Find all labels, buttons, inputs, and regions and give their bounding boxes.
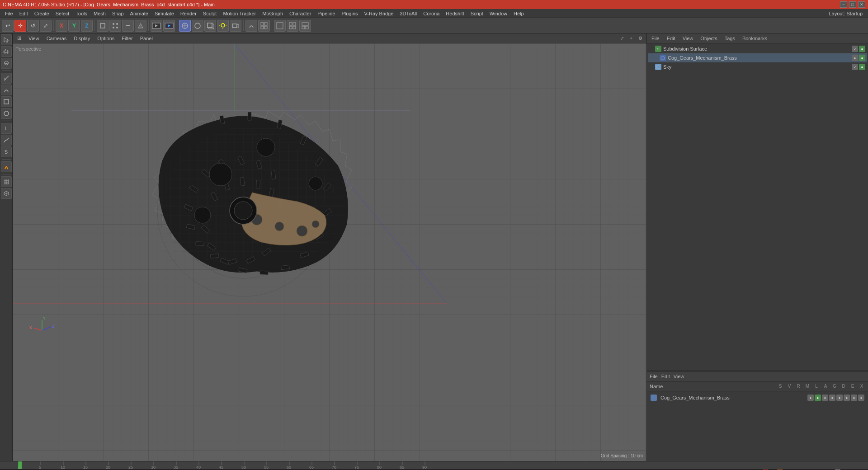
toolbar-sphere[interactable]: [192, 20, 203, 32]
viewport-icon-lock[interactable]: +: [627, 35, 635, 42]
viewport-menu-panel[interactable]: Panel: [138, 35, 155, 42]
object-item-subdivision[interactable]: S Subdivision Surface ✓ ●: [648, 44, 867, 53]
svg-rect-81: [248, 112, 251, 120]
close-button[interactable]: ✕: [858, 1, 865, 8]
attr-badge-3: ●: [822, 395, 828, 401]
viewport-menu-display[interactable]: Display: [72, 35, 92, 42]
viewport-icon-settings[interactable]: ⚙: [637, 35, 644, 42]
right-panel: File Edit View Objects Tags Bookmarks S …: [646, 33, 868, 461]
menu-vray[interactable]: V-Ray Bridge: [361, 10, 397, 17]
menu-character[interactable]: Character: [286, 10, 314, 17]
left-tool-4[interactable]: [1, 108, 12, 119]
om-menu-bookmarks[interactable]: Bookmarks: [741, 35, 769, 42]
menu-mesh[interactable]: Mesh: [90, 10, 109, 17]
menu-script[interactable]: Script: [467, 10, 486, 17]
left-tool-5[interactable]: L: [1, 123, 12, 134]
toolbar-null[interactable]: [179, 20, 191, 32]
menu-mograph[interactable]: MoGraph: [259, 10, 286, 17]
left-tool-6[interactable]: [1, 135, 12, 146]
toolbar-move[interactable]: ✛: [14, 20, 26, 32]
toolbar-axis-x[interactable]: X: [56, 20, 67, 32]
viewport-menu-options[interactable]: Options: [95, 35, 116, 42]
toolbar-edges[interactable]: [122, 20, 134, 32]
attr-col-headers: S V R M L A G D E X: [777, 384, 865, 389]
menu-window[interactable]: Window: [486, 10, 510, 17]
menu-snap[interactable]: Snap: [109, 10, 127, 17]
svg-rect-22: [232, 24, 237, 28]
minimize-button[interactable]: –: [840, 1, 847, 8]
toolbar-render-region[interactable]: [151, 20, 162, 32]
menu-edit[interactable]: Edit: [16, 10, 31, 17]
left-tool-grid[interactable]: [1, 176, 12, 187]
menu-pipeline[interactable]: Pipeline: [314, 10, 338, 17]
svg-rect-102: [278, 219, 286, 227]
toolbar-undo[interactable]: ↩: [2, 20, 14, 32]
menu-corona[interactable]: Corona: [420, 10, 443, 17]
left-tool-layers[interactable]: [1, 58, 12, 69]
toolbar-bend[interactable]: [245, 20, 257, 32]
left-tool-2[interactable]: [1, 85, 12, 95]
toolbar-layout-quad[interactable]: [287, 20, 298, 32]
attr-menu-edit[interactable]: Edit: [661, 374, 670, 379]
svg-rect-34: [302, 26, 305, 29]
attr-selected-item[interactable]: Cog_Gears_Mechanism_Brass ● ● ● ● ● ● ● …: [649, 393, 866, 402]
toolbar-rotate[interactable]: ↺: [27, 20, 39, 32]
toolbar-array[interactable]: [258, 20, 270, 32]
attr-menu-view[interactable]: View: [674, 374, 684, 379]
toolbar-scale[interactable]: ⤢: [40, 20, 52, 32]
toolbar-axis-y[interactable]: Y: [68, 20, 80, 32]
menu-sculpt[interactable]: Sculpt: [200, 10, 220, 17]
viewport-menu-filter[interactable]: Filter: [120, 35, 134, 42]
left-tool-1[interactable]: [1, 73, 12, 84]
menu-render[interactable]: Render: [177, 10, 200, 17]
left-tool-7[interactable]: S: [1, 146, 12, 157]
toolbar-object-mode[interactable]: [97, 20, 108, 32]
toolbar-light[interactable]: [217, 20, 229, 32]
attr-menu-file[interactable]: File: [650, 374, 658, 379]
left-tool-mesh[interactable]: [1, 188, 12, 199]
om-menu-tags[interactable]: Tags: [723, 35, 737, 42]
toolbar-layout-single[interactable]: [274, 20, 286, 32]
toolbar-camera[interactable]: [230, 20, 241, 32]
om-menu-objects[interactable]: Objects: [698, 35, 719, 42]
menu-tools[interactable]: Tools: [72, 10, 90, 17]
toolbar-render-picture[interactable]: [163, 20, 175, 32]
toolbar-cube[interactable]: [204, 20, 216, 32]
menu-simulate[interactable]: Simulate: [151, 10, 177, 17]
toolbar-layout-other[interactable]: [299, 20, 311, 32]
menu-file[interactable]: File: [2, 10, 16, 17]
menu-redshift[interactable]: Redshift: [443, 10, 467, 17]
toolbar-points[interactable]: [109, 20, 121, 32]
menu-plugins[interactable]: Plugins: [338, 10, 361, 17]
menu-help[interactable]: Help: [510, 10, 527, 17]
object-item-sky[interactable]: Sky ✓ ●: [648, 62, 867, 71]
viewport-3d[interactable]: Z Y X Perspective Grid Spacing : 10 cm: [13, 43, 646, 461]
maximize-button[interactable]: □: [849, 1, 856, 8]
menu-3dtoall[interactable]: 3DToAll: [396, 10, 420, 17]
left-tool-8[interactable]: [1, 161, 12, 172]
om-menu-edit[interactable]: Edit: [665, 35, 677, 42]
toolbar-polygons[interactable]: [135, 20, 146, 32]
left-tool-3[interactable]: [1, 96, 12, 107]
viewport-menu-view[interactable]: View: [27, 35, 41, 42]
svg-point-14: [195, 23, 200, 28]
viewport-header: ⊞ View Cameras Display Options Filter Pa…: [13, 33, 646, 43]
viewport-menu-cameras[interactable]: Cameras: [45, 35, 69, 42]
viewport-menu-icon[interactable]: ⊞: [15, 34, 23, 42]
col-l: L: [813, 384, 820, 389]
left-tool-select[interactable]: [1, 34, 12, 45]
left-tool-move[interactable]: [1, 46, 12, 57]
menu-animate[interactable]: Animate: [127, 10, 151, 17]
menu-motion-tracker[interactable]: Motion Tracker: [220, 10, 259, 17]
om-menu-file[interactable]: File: [650, 35, 661, 42]
toolbar-axis-z[interactable]: Z: [81, 20, 93, 32]
svg-rect-116: [271, 171, 276, 179]
viewport-icon-move[interactable]: ⤢: [618, 35, 626, 42]
om-menu-view[interactable]: View: [681, 35, 695, 42]
svg-line-164: [34, 328, 42, 330]
svg-rect-96: [211, 192, 217, 201]
menu-select[interactable]: Select: [52, 10, 73, 17]
object-item-cog-gears[interactable]: Cog_Gears_Mechanism_Brass ● ●: [648, 53, 867, 62]
svg-rect-92: [220, 258, 229, 264]
menu-create[interactable]: Create: [31, 10, 52, 17]
